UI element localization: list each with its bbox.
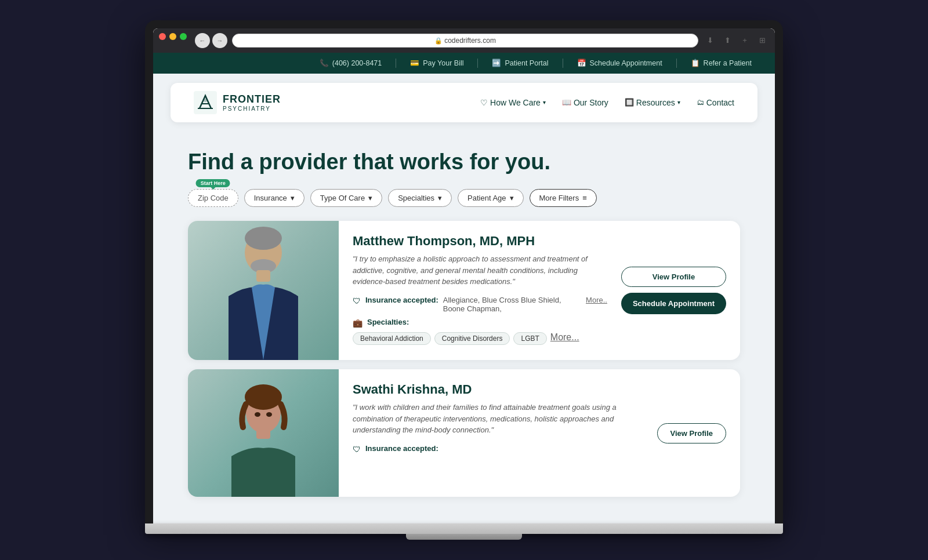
divider-1 [396,59,396,68]
share-button[interactable]: ⬆ [720,34,734,48]
refer-patient-item[interactable]: 📋 Refer a Patient [691,59,752,67]
view-profile-button-2[interactable]: View Profile [657,423,726,443]
svg-rect-5 [256,270,270,282]
tab-grid-button[interactable]: ⊞ [755,34,769,48]
page-title: Find a provider that works for you. [188,149,740,176]
laptop-screen: ← → 🔒 codedrifters.com ⬇ ⬆ + ⊞ [153,28,775,524]
provider-quote-2: "I work with children and their families… [353,402,643,436]
tag-behavioral-addiction: Behavioral Addiction [353,332,431,345]
specialties-row-1: 💼 Specialties: [353,318,607,328]
laptop-frame: ← → 🔒 codedrifters.com ⬇ ⬆ + ⊞ [145,20,783,540]
pay-bill-label: Pay Your Bill [423,59,463,67]
topbar-schedule-item[interactable]: 📅 Schedule Appointment [577,59,662,67]
how-we-care-chevron: ▾ [543,99,546,106]
close-button[interactable] [159,33,166,40]
divider-3 [563,59,563,68]
address-bar[interactable]: 🔒 codedrifters.com [232,34,698,48]
main-content: Find a provider that works for you. Star… [153,132,775,524]
insurance-label-1: Insurance accepted: [365,296,438,304]
how-we-care-nav[interactable]: ♡ How We Care ▾ [480,98,546,107]
schedule-appointment-button-1[interactable]: Schedule Appointment [621,293,726,314]
insurance-label-2: Insurance accepted: [365,444,438,453]
svg-rect-8 [256,428,270,439]
insurance-icon-2: 🛡 [353,445,361,454]
phone-icon: 📞 [320,59,329,67]
laptop-base [145,523,783,534]
patient-age-chevron: ▾ [510,194,514,202]
svg-point-1 [204,99,207,102]
logo-name: FRONTIER [223,93,281,106]
website: 📞 (406) 200-8471 💳 Pay Your Bill ➡️ Pati… [153,53,775,524]
filters-icon: ≡ [582,194,587,202]
insurance-chevron: ▾ [291,194,295,202]
phone-number: (406) 200-8471 [332,59,382,67]
view-profile-button-1[interactable]: View Profile [621,267,726,287]
more-filters-label: More Filters [539,194,579,202]
provider-card-1: Matthew Thompson, MD, MPH "I try to emph… [188,221,740,360]
insurance-row-1: 🛡 Insurance accepted: Allegiance, Blue C… [353,296,607,313]
resources-nav[interactable]: 🔲 Resources ▾ [625,98,680,107]
provider-actions-2: View Profile [657,369,740,497]
tag-cognitive-disorders: Cognitive Disorders [434,332,510,345]
provider-card-2: Swathi Krishna, MD "I work with children… [188,369,740,497]
insurance-label: Insurance [254,194,287,202]
specialties-filter[interactable]: Specialties ▾ [388,189,452,207]
divider-2 [477,59,478,68]
specialties-chevron: ▾ [438,194,442,202]
provider-info-1: Matthew Thompson, MD, MPH "I try to emph… [339,221,621,360]
insurance-row-2: 🛡 Insurance accepted: [353,444,643,454]
provider-photo-bg-2 [188,369,339,497]
svg-point-9 [255,412,260,417]
type-of-care-chevron: ▾ [368,194,372,202]
back-button[interactable]: ← [195,33,210,48]
provider-silhouette-1 [211,221,316,360]
maximize-button[interactable] [180,33,187,40]
insurance-icon-1: 🛡 [353,296,361,306]
divider-4 [676,59,677,68]
tag-lgbt: LGBT [513,332,546,345]
specialties-more-1[interactable]: More... [550,332,579,345]
pay-bill-item[interactable]: 💳 Pay Your Bill [410,59,463,67]
specialties-icon-1: 💼 [353,318,362,328]
provider-name-2: Swathi Krishna, MD [353,382,643,397]
zip-code-filter[interactable]: Start Here Zip Code [188,189,238,207]
traffic-lights-bar: ← → 🔒 codedrifters.com ⬇ ⬆ + ⊞ [153,28,775,53]
logo-icon [194,91,217,114]
provider-actions-1: View Profile Schedule Appointment [621,221,740,360]
logo-area[interactable]: FRONTIER PSYCHIATRY [194,91,281,114]
phone-item[interactable]: 📞 (406) 200-8471 [320,59,382,67]
nav-links: ♡ How We Care ▾ 📖 Our Story 🔲 Resources … [480,98,734,107]
resources-chevron: ▾ [677,99,680,106]
provider-photo-2 [188,369,339,497]
more-filters-button[interactable]: More Filters ≡ [530,189,597,207]
patient-portal-item[interactable]: ➡️ Patient Portal [492,59,548,67]
patient-portal-label: Patient Portal [505,59,548,67]
forward-button[interactable]: → [212,33,227,48]
specialties-label: Specialties [398,194,434,202]
type-of-care-filter[interactable]: Type Of Care ▾ [310,189,382,207]
new-tab-button[interactable]: + [738,34,752,48]
contact-nav[interactable]: 🗂 Contact [697,98,734,107]
insurance-values-1: Allegiance, Blue Cross Blue Shield, Boon… [443,296,581,313]
svg-point-3 [245,227,282,250]
patient-age-label: Patient Age [467,194,506,202]
our-story-nav[interactable]: 📖 Our Story [562,98,608,107]
minimize-button[interactable] [169,33,176,40]
type-of-care-label: Type Of Care [320,194,365,202]
laptop-stand [406,534,522,540]
start-here-badge: Start Here [196,179,230,187]
provider-info-2: Swathi Krishna, MD "I work with children… [339,369,657,497]
provider-quote-1: "I try to emphasize a holistic approach … [353,253,607,288]
insurance-filter[interactable]: Insurance ▾ [244,189,304,207]
zip-code-label: Zip Code [198,194,229,202]
provider-photo-1 [188,221,339,360]
insurance-more-1[interactable]: More.. [586,296,607,304]
provider-photo-bg-1 [188,221,339,360]
download-button[interactable]: ⬇ [703,34,717,48]
top-bar: 📞 (406) 200-8471 💳 Pay Your Bill ➡️ Pati… [153,53,775,74]
topbar-schedule-label: Schedule Appointment [590,59,662,67]
patient-age-filter[interactable]: Patient Age ▾ [458,189,524,207]
portal-icon: ➡️ [492,59,501,67]
provider-silhouette-2 [211,381,316,497]
svg-point-7 [245,384,282,410]
